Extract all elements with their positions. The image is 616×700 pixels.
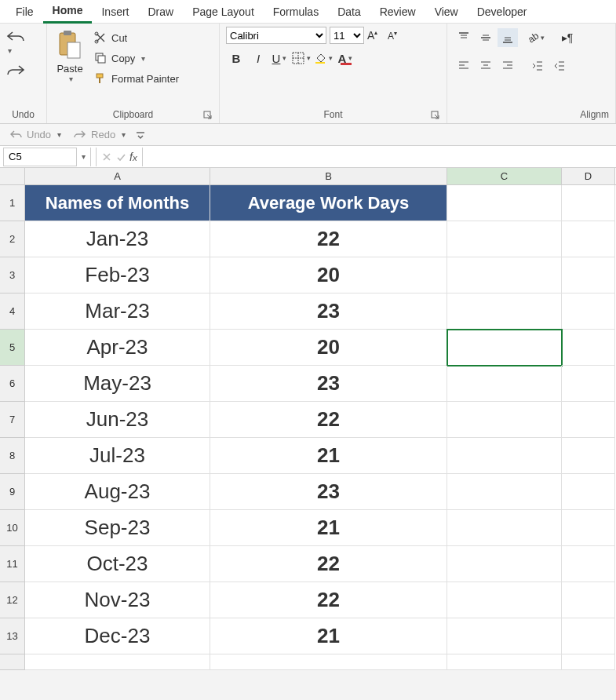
cell-D7[interactable] [562, 402, 615, 438]
enter-icon[interactable] [115, 151, 126, 162]
cell-B1[interactable]: Average Work Days [210, 185, 447, 221]
column-header-A[interactable]: A [25, 168, 210, 184]
redo-button[interactable] [6, 64, 31, 78]
cell-C4[interactable] [447, 293, 562, 330]
cell-D8[interactable] [562, 438, 615, 474]
cell-C10[interactable] [447, 510, 562, 546]
increase-font-button[interactable]: A▴ [367, 29, 385, 42]
cell-A4[interactable]: Mar-23 [25, 293, 210, 330]
row-header-11[interactable]: 11 [0, 546, 25, 582]
row-header-8[interactable]: 8 [0, 438, 25, 474]
cell-A5[interactable]: Apr-23 [25, 330, 210, 366]
align-bottom-button[interactable] [498, 28, 518, 47]
cell-B12[interactable]: 22 [210, 582, 447, 618]
cell-B3[interactable]: 20 [210, 257, 447, 293]
cut-button[interactable]: Cut [91, 30, 182, 46]
cell-D11[interactable] [562, 546, 615, 582]
decrease-indent-button[interactable] [527, 57, 548, 75]
cell-D12[interactable] [562, 582, 615, 618]
menu-tab-data[interactable]: Data [328, 0, 370, 24]
bold-button[interactable]: B [226, 49, 246, 67]
cell-D5[interactable] [562, 330, 615, 366]
qat-redo-button[interactable]: Redo▾ [71, 127, 129, 142]
fx-icon[interactable]: fx [129, 151, 137, 163]
column-header-B[interactable]: B [210, 168, 447, 184]
cell-D10[interactable] [562, 510, 615, 546]
row-header-14[interactable] [0, 654, 25, 670]
select-all-corner[interactable] [0, 168, 25, 184]
cell-A1[interactable]: Names of Months [25, 185, 210, 221]
font-size-select[interactable]: 11 [330, 27, 364, 44]
cell-D2[interactable] [562, 221, 615, 257]
clipboard-launcher-icon[interactable] [203, 111, 213, 120]
cell-A11[interactable]: Oct-23 [25, 546, 210, 582]
align-top-button[interactable] [454, 28, 474, 47]
undo-button[interactable]: ▾ [6, 30, 31, 56]
row-header-10[interactable]: 10 [0, 510, 25, 546]
column-header-C[interactable]: C [447, 168, 562, 184]
menu-tab-view[interactable]: View [425, 0, 468, 24]
row-header-9[interactable]: 9 [0, 474, 25, 510]
menu-tab-home[interactable]: Home [43, 0, 93, 24]
cell-D1[interactable] [562, 185, 615, 221]
row-header-5[interactable]: 5 [0, 330, 25, 366]
font-launcher-icon[interactable] [431, 111, 440, 120]
cell-B11[interactable]: 22 [210, 546, 447, 582]
row-header-6[interactable]: 6 [0, 366, 25, 402]
cell-B14[interactable] [210, 654, 447, 670]
cell-C2[interactable] [447, 221, 562, 257]
cell-A9[interactable]: Aug-23 [25, 474, 210, 510]
qat-customize-button[interactable] [135, 129, 146, 140]
cancel-icon[interactable] [101, 151, 112, 162]
cell-D6[interactable] [562, 366, 615, 402]
menu-tab-developer[interactable]: Developer [468, 0, 537, 24]
name-box[interactable] [3, 148, 77, 166]
borders-button[interactable]: ▾ [292, 49, 312, 67]
cell-A14[interactable] [25, 654, 210, 670]
decrease-font-button[interactable]: A▾ [388, 30, 405, 42]
cell-D3[interactable] [562, 257, 615, 293]
cell-B2[interactable]: 22 [210, 221, 447, 257]
cell-C8[interactable] [447, 438, 562, 474]
orientation-button[interactable]: ab▾ [527, 28, 548, 47]
cell-C7[interactable] [447, 402, 562, 438]
cell-C5[interactable] [447, 330, 562, 366]
cell-A8[interactable]: Jul-23 [25, 438, 210, 474]
menu-tab-page-layout[interactable]: Page Layout [183, 0, 264, 24]
italic-button[interactable]: I [248, 49, 268, 67]
row-header-12[interactable]: 12 [0, 582, 25, 618]
menu-tab-insert[interactable]: Insert [92, 0, 138, 24]
cell-C13[interactable] [447, 618, 562, 654]
cell-B7[interactable]: 22 [210, 402, 447, 438]
cell-B10[interactable]: 21 [210, 510, 447, 546]
cell-B13[interactable]: 21 [210, 618, 447, 654]
row-header-13[interactable]: 13 [0, 618, 25, 654]
cell-A10[interactable]: Sep-23 [25, 510, 210, 546]
cell-C9[interactable] [447, 474, 562, 510]
cell-C6[interactable] [447, 366, 562, 402]
menu-tab-review[interactable]: Review [370, 0, 425, 24]
cell-B9[interactable]: 23 [210, 474, 447, 510]
font-color-button[interactable]: A ▾ [336, 49, 356, 67]
menu-tab-file[interactable]: File [6, 0, 43, 24]
cell-C11[interactable] [447, 546, 562, 582]
align-right-button[interactable] [498, 57, 518, 75]
qat-undo-button[interactable]: Undo▾ [6, 127, 64, 142]
underline-button[interactable]: U▾ [270, 49, 290, 67]
cell-B5[interactable]: 20 [210, 330, 447, 366]
cell-A7[interactable]: Jun-23 [25, 402, 210, 438]
row-header-3[interactable]: 3 [0, 257, 25, 293]
menu-tab-draw[interactable]: Draw [138, 0, 183, 24]
align-middle-button[interactable] [476, 28, 496, 47]
paste-button[interactable]: Paste ▾ [53, 27, 86, 86]
cell-D13[interactable] [562, 618, 615, 654]
font-name-select[interactable]: Calibri [226, 27, 326, 44]
fill-color-button[interactable]: ▾ [314, 49, 334, 67]
cell-C12[interactable] [447, 582, 562, 618]
increase-indent-button[interactable] [549, 57, 570, 75]
align-center-button[interactable] [476, 57, 496, 75]
cell-C14[interactable] [447, 654, 562, 670]
row-header-2[interactable]: 2 [0, 221, 25, 257]
cell-B6[interactable]: 23 [210, 366, 447, 402]
row-header-4[interactable]: 4 [0, 293, 25, 330]
